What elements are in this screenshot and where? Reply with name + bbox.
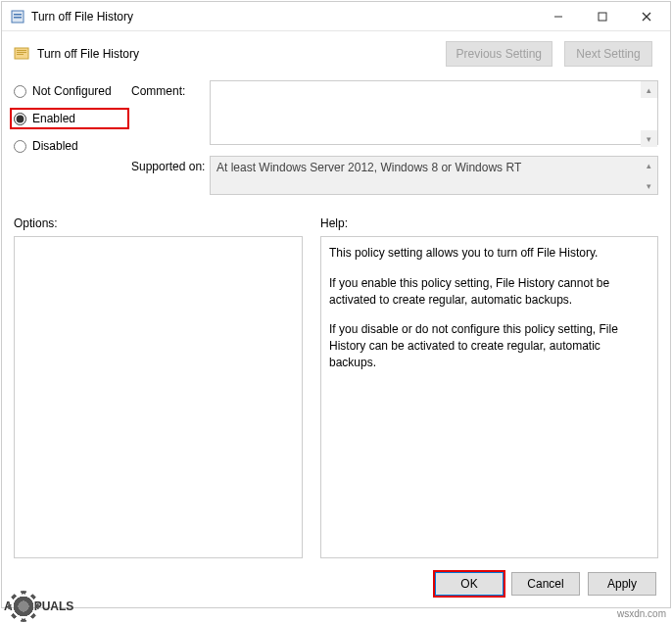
- radio-enabled-input[interactable]: [14, 113, 26, 125]
- radio-not-configured-input[interactable]: [14, 85, 26, 98]
- radio-not-configured-label: Not Configured: [32, 84, 112, 98]
- cancel-button[interactable]: Cancel: [511, 572, 580, 596]
- help-box[interactable]: This policy setting allows you to turn o…: [320, 236, 658, 558]
- policy-setting-icon: [14, 46, 29, 62]
- policy-title: Turn off File History: [37, 47, 446, 61]
- svg-rect-7: [15, 48, 28, 59]
- ok-button[interactable]: OK: [435, 572, 504, 596]
- options-panel: Options:: [14, 216, 303, 558]
- scroll-up-icon[interactable]: ▴: [641, 81, 657, 98]
- comment-wrap: ▴ ▾: [210, 80, 658, 148]
- supported-row: Supported on: At least Windows Server 20…: [131, 156, 658, 195]
- comment-row: Comment: ▴ ▾: [131, 80, 658, 148]
- window-controls: [536, 3, 668, 30]
- options-label: Options:: [14, 216, 303, 230]
- svg-rect-9: [17, 52, 26, 53]
- upper-section: Not Configured Enabled Disabled Comment:…: [2, 74, 670, 207]
- svg-rect-10: [17, 54, 24, 55]
- header: Turn off File History Previous Setting N…: [2, 31, 670, 74]
- apply-button[interactable]: Apply: [588, 572, 656, 596]
- fields-column: Comment: ▴ ▾ Supported on: At least Wind…: [131, 80, 658, 203]
- radio-disabled[interactable]: Disabled: [14, 139, 121, 153]
- comment-scrollbar: ▴ ▾: [641, 81, 657, 147]
- radio-disabled-input[interactable]: [14, 140, 26, 153]
- help-paragraph: If you disable or do not configure this …: [329, 321, 649, 370]
- brand-logo: A PUALS: [4, 594, 73, 619]
- nav-buttons: Previous Setting Next Setting: [446, 41, 652, 67]
- help-paragraph: This policy setting allows you to turn o…: [329, 245, 649, 262]
- titlebar: Turn off File History: [2, 2, 670, 31]
- help-label: Help:: [320, 216, 658, 230]
- supported-value: At least Windows Server 2012, Windows 8 …: [210, 156, 658, 195]
- maximize-button[interactable]: [580, 3, 624, 30]
- window-title: Turn off File History: [31, 10, 536, 24]
- dialog-window: Turn off File History Turn off File Hist…: [1, 1, 671, 608]
- supported-wrap: At least Windows Server 2012, Windows 8 …: [210, 156, 658, 195]
- help-paragraph: If you enable this policy setting, File …: [329, 275, 649, 309]
- gear-icon: [11, 594, 36, 619]
- comment-label: Comment:: [131, 80, 210, 148]
- scroll-down-icon[interactable]: ▾: [641, 177, 657, 194]
- footer: OK Cancel Apply: [2, 562, 670, 607]
- options-box[interactable]: [14, 236, 303, 558]
- scroll-up-icon[interactable]: ▴: [641, 157, 657, 173]
- supported-label: Supported on:: [131, 156, 210, 195]
- svg-rect-1: [14, 14, 22, 16]
- svg-rect-4: [599, 13, 606, 21]
- radio-disabled-label: Disabled: [32, 139, 78, 153]
- next-setting-button[interactable]: Next Setting: [564, 41, 652, 67]
- radio-enabled-label: Enabled: [32, 112, 75, 125]
- lower-section: Options: Help: This policy setting allow…: [2, 207, 670, 562]
- svg-rect-8: [17, 50, 26, 51]
- radio-enabled[interactable]: Enabled: [10, 108, 129, 129]
- close-button[interactable]: [624, 3, 668, 30]
- svg-rect-2: [14, 17, 22, 19]
- state-radios: Not Configured Enabled Disabled: [14, 80, 121, 203]
- logo-text-post: PUALS: [34, 599, 74, 613]
- radio-not-configured[interactable]: Not Configured: [14, 84, 121, 98]
- policy-icon: [10, 9, 25, 24]
- scroll-down-icon[interactable]: ▾: [641, 130, 657, 147]
- watermark: wsxdn.com: [617, 608, 666, 619]
- comment-input[interactable]: [210, 80, 658, 145]
- help-panel: Help: This policy setting allows you to …: [320, 216, 658, 558]
- supported-scrollbar: ▴ ▾: [641, 157, 657, 194]
- minimize-button[interactable]: [536, 3, 580, 30]
- previous-setting-button[interactable]: Previous Setting: [446, 41, 552, 67]
